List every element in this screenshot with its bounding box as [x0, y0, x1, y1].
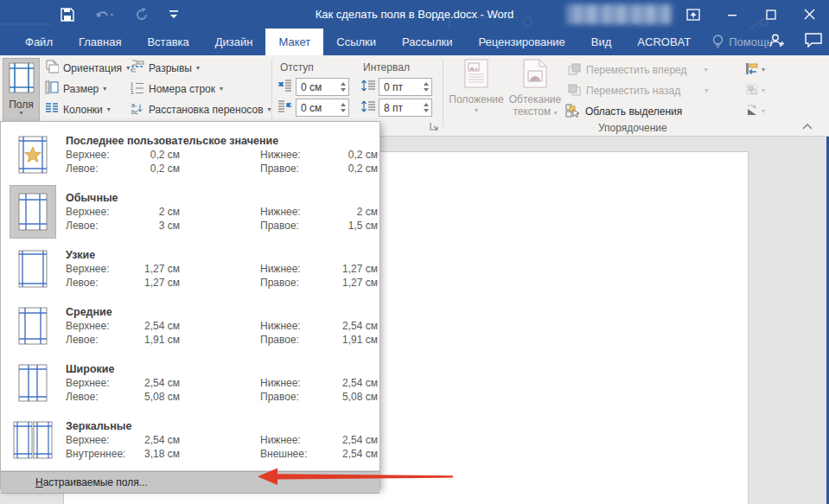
- margins-button[interactable]: Поля ▾: [3, 58, 40, 122]
- svg-text:a-: a-: [131, 102, 137, 108]
- margin-value: 5,08 см: [137, 390, 180, 404]
- margin-preset-title: Широкие: [66, 363, 379, 375]
- chevron-down-icon: ▾: [107, 107, 111, 112]
- margin-label: Правое:: [260, 333, 331, 347]
- tab-рассылки[interactable]: Рассылки: [389, 29, 465, 55]
- customize-qat-icon[interactable]: [169, 10, 178, 20]
- spacing-header: Интервал: [363, 61, 410, 73]
- blurred-account-name: [566, 4, 672, 24]
- rotate-objects-icon: [745, 104, 759, 119]
- margin-preset-icon-medium: [10, 307, 56, 345]
- margin-label: Левое:: [66, 276, 137, 290]
- selection-pane-button[interactable]: Область выделения: [565, 104, 682, 119]
- rotate-objects-button: ▾: [745, 104, 765, 119]
- indent-right-field[interactable]: [296, 99, 349, 117]
- margins-dropdown-menu: Последнее пользовательское значениеВерхн…: [0, 121, 380, 489]
- chevron-down-icon: ▾: [196, 66, 200, 71]
- orientation-button[interactable]: Ориентация▾: [45, 61, 130, 75]
- position-button-label: Положение: [449, 93, 503, 105]
- margin-value: 2 см: [137, 205, 180, 219]
- tab-ссылки[interactable]: Ссылки: [323, 29, 389, 55]
- tab-file[interactable]: Файл: [12, 29, 66, 55]
- tab-дизайн[interactable]: Дизайн: [202, 29, 266, 55]
- indent-left-spinner[interactable]: [341, 82, 346, 92]
- margin-preset-5[interactable]: ЗеркальныеВерхнее:2,54 смНижнее:2,54 смВ…: [1, 411, 379, 469]
- indent-left-input[interactable]: [297, 81, 333, 93]
- chevron-down-icon: ▾: [19, 111, 22, 116]
- margin-value: 2,54 см: [331, 319, 378, 333]
- align-objects-button[interactable]: ▾: [745, 62, 765, 78]
- margin-preset-2[interactable]: УзкиеВерхнее:1,27 смНижнее:1,27 смЛевое:…: [1, 240, 379, 297]
- spacing-before-field[interactable]: [379, 78, 432, 96]
- spacing-after-spinner[interactable]: [424, 103, 429, 112]
- undo-icon[interactable]: [95, 9, 114, 21]
- margin-value: 1,27 см: [137, 262, 180, 276]
- margin-preset-title: Средние: [66, 306, 379, 318]
- arrange-group-label: Упорядочение: [598, 122, 667, 134]
- minimize-icon[interactable]: [712, 0, 751, 29]
- share-icon[interactable]: [768, 33, 786, 52]
- margin-label: Нижнее:: [260, 319, 331, 333]
- margin-preset-icon-wide: [10, 364, 56, 402]
- tab-вид[interactable]: Вид: [578, 29, 625, 55]
- chevron-down-icon: ▾: [126, 66, 130, 71]
- margin-preset-3[interactable]: СредниеВерхнее:2,54 смНижнее:2,54 смЛево…: [1, 297, 379, 354]
- breaks-icon: [131, 60, 144, 76]
- chevron-down-icon: ▾: [475, 108, 478, 113]
- tab-acrobat[interactable]: ACROBAT: [624, 29, 704, 55]
- paragraph-dialog-launcher-icon[interactable]: [430, 122, 439, 134]
- margin-value: 1,27 см: [331, 276, 378, 290]
- custom-margins-item[interactable]: Настраиваемые поля...: [1, 471, 379, 494]
- indent-right-input[interactable]: [297, 102, 333, 114]
- chevron-down-icon: ▾: [705, 88, 708, 93]
- margin-value: 0,2 см: [137, 148, 180, 162]
- collapse-ribbon-icon[interactable]: [801, 121, 813, 133]
- breaks-button[interactable]: Разрывы▾: [131, 61, 271, 75]
- save-icon[interactable]: [61, 8, 74, 22]
- redo-icon[interactable]: [135, 8, 149, 22]
- word-window: Как сделать поля в Ворде.docx - Word Фай…: [0, 0, 829, 504]
- page-size-button[interactable]: Размер▾: [45, 81, 130, 96]
- margin-label: Верхнее:: [66, 262, 137, 276]
- margin-preset-0[interactable]: Последнее пользовательское значениеВерхн…: [1, 126, 379, 183]
- bring-forward-button: Переместить вперед ▾: [568, 62, 708, 78]
- ribbon-display-options-icon[interactable]: [673, 0, 712, 29]
- send-backward-button: Переместить назад ▾: [568, 83, 708, 99]
- tab-макет[interactable]: Макет: [265, 29, 323, 55]
- page-setup-column-2: Разрывы▾123Номера строк▾a-bcРасстановка …: [131, 61, 271, 117]
- margin-label: Внешнее:: [260, 447, 331, 461]
- indent-right-spinner[interactable]: [341, 103, 346, 112]
- window-controls: [673, 0, 829, 29]
- tab-главная[interactable]: Главная: [66, 29, 134, 55]
- close-icon[interactable]: [790, 0, 829, 29]
- margin-preset-title: Узкие: [66, 249, 379, 261]
- send-backward-icon: [568, 84, 581, 99]
- margin-preset-4[interactable]: ШирокиеВерхнее:2,54 смНижнее:2,54 смЛево…: [1, 354, 379, 411]
- tab-рецензирование[interactable]: Рецензирование: [465, 29, 577, 55]
- svg-text:3: 3: [131, 90, 133, 94]
- group-separator: [271, 59, 272, 127]
- hyphenation-button[interactable]: a-bcРасстановка переносов▾: [131, 102, 271, 117]
- maximize-icon[interactable]: [751, 0, 790, 29]
- chevron-down-icon: ▾: [103, 86, 106, 92]
- page-setup-column-1: Ориентация▾Размер▾Колонки▾: [45, 61, 130, 117]
- margin-value: 1,91 см: [331, 333, 378, 347]
- spacing-before-input[interactable]: [379, 81, 416, 93]
- ribbon-tabs: ФайлГлавнаяВставкаДизайнМакетСсылкиРассы…: [12, 29, 781, 55]
- spacing-before-spinner[interactable]: [424, 82, 429, 92]
- tab-вставка[interactable]: Вставка: [134, 29, 201, 55]
- spacing-after-field[interactable]: [379, 99, 432, 117]
- chevron-down-icon: ▾: [762, 88, 765, 93]
- spacing-after-icon: [361, 100, 375, 115]
- indent-left-field[interactable]: [296, 78, 349, 96]
- comment-icon[interactable]: [805, 33, 822, 51]
- svg-text:bc: bc: [131, 109, 138, 115]
- columns-button[interactable]: Колонки▾: [45, 102, 130, 117]
- line-numbers-button[interactable]: 123Номера строк▾: [131, 81, 271, 96]
- margin-value: 0,2 см: [331, 162, 378, 175]
- spacing-after-input[interactable]: [379, 102, 416, 114]
- chevron-down-icon: ▾: [220, 86, 223, 92]
- selection-pane-icon: [565, 104, 580, 120]
- margin-preset-1[interactable]: ОбычныеВерхнее:2 смНижнее:2 смЛевое:3 см…: [1, 183, 379, 240]
- margin-label: Правое:: [260, 219, 331, 233]
